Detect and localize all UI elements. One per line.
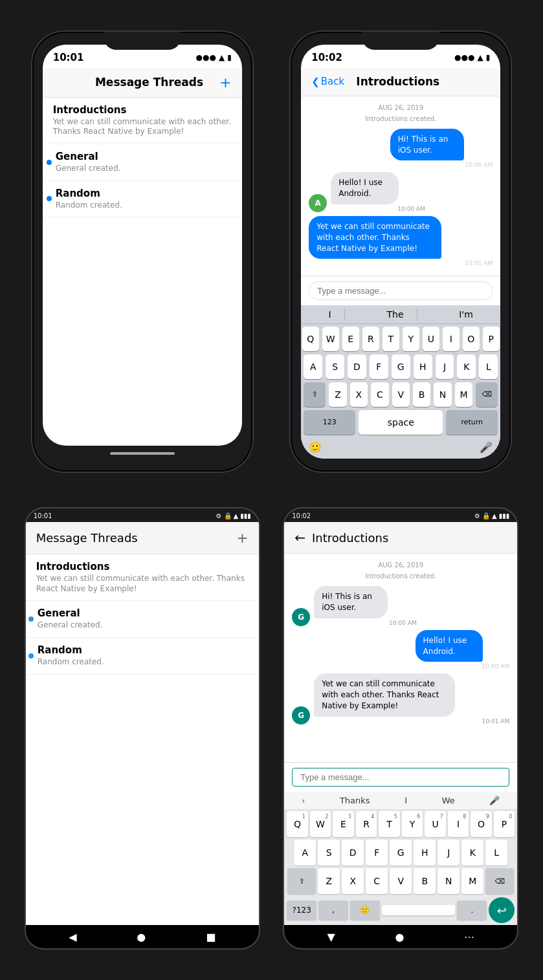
ios-home-bar [110,452,175,455]
key-j[interactable]: J [436,354,454,379]
android-home-button[interactable]: ● [137,931,146,943]
thread-name: General [38,607,249,619]
autocomplete-option-2[interactable]: The [373,309,417,320]
key-n[interactable]: N [438,868,460,894]
key-s[interactable]: S [326,354,344,379]
key-h[interactable]: H [414,354,432,379]
key-k[interactable]: K [457,354,476,379]
key-m[interactable]: M [461,868,483,894]
autocomplete-1[interactable]: Thanks [340,796,370,805]
android-add-button[interactable]: + [236,530,248,546]
key-b[interactable]: B [413,382,430,407]
key-m[interactable]: M [455,382,472,407]
key-h[interactable]: H [414,840,436,866]
key-i[interactable]: I [443,327,460,351]
key-x[interactable]: X [350,382,368,407]
message-time: 10:00 AM [416,663,510,670]
mic-icon[interactable]: 🎤 [480,441,493,453]
key-b[interactable]: B [414,868,436,894]
message-input[interactable] [292,768,509,787]
shift-key[interactable]: ⇧ [304,382,326,407]
num-key[interactable]: 123 [304,410,355,435]
thread-item-random[interactable]: Random Random created. [26,638,259,675]
autocomplete-3[interactable]: We [442,796,455,805]
message-bubble: Yet we can still communicate with each o… [309,216,441,259]
android-recent-button[interactable]: ■ [206,931,216,943]
period-key[interactable]: . [457,900,487,920]
ios-back-button[interactable]: ❮ Back [311,76,344,87]
key-y[interactable]: Y6 [402,811,423,837]
space-key[interactable]: space [359,410,443,435]
thread-item-introductions[interactable]: Introductions Yet we can still communica… [43,98,242,144]
send-button[interactable]: ↩ [489,897,515,923]
thread-item-introductions[interactable]: Introductions Yet we can still communica… [26,554,259,601]
key-c[interactable]: C [366,868,388,894]
key-c[interactable]: C [371,382,388,407]
shift-key[interactable]: ⇧ [287,868,316,894]
message-input[interactable] [309,281,493,300]
emoji-icon[interactable]: 🙂 [309,441,322,453]
key-e[interactable]: E [342,327,359,351]
key-z[interactable]: Z [329,382,346,407]
key-j[interactable]: J [438,840,460,866]
thread-item-random[interactable]: Random Random created. [43,181,242,218]
key-w[interactable]: W [322,327,339,351]
android-back-button[interactable]: ▼ [327,931,335,943]
key-u[interactable]: U7 [425,811,446,837]
comma-key[interactable]: , [318,900,348,920]
key-f[interactable]: F [366,840,388,866]
key-r[interactable]: R [362,327,379,351]
ios-status-icons: ●●● ▲ ▮ [195,53,231,62]
autocomplete-option-3[interactable]: I'm [446,309,486,320]
key-x[interactable]: X [342,868,364,894]
key-t[interactable]: T [382,327,399,351]
ios-time: 10:01 [53,52,84,63]
key-e[interactable]: E3 [333,811,354,837]
ios-add-button[interactable]: + [219,74,231,91]
key-f[interactable]: F [370,354,388,379]
key-i[interactable]: I8 [448,811,469,837]
chat-date: AUG 26, 2019 [309,104,493,111]
key-v[interactable]: V [392,382,410,407]
space-key[interactable] [382,905,456,915]
key-o[interactable]: O [463,327,480,351]
delete-key[interactable]: ⌫ [476,382,498,407]
key-z[interactable]: Z [318,868,340,894]
key-w[interactable]: W2 [310,811,331,837]
num-key[interactable]: ?123 [287,900,316,920]
key-p[interactable]: P [483,327,500,351]
key-p[interactable]: P0 [494,811,515,837]
key-l[interactable]: L [479,354,498,379]
thread-item-general[interactable]: General General created. [26,601,259,638]
key-d[interactable]: D [342,840,364,866]
key-a[interactable]: A [304,354,322,379]
key-v[interactable]: V [390,868,412,894]
key-l[interactable]: L [485,840,507,866]
autocomplete-option-1[interactable]: I [316,309,345,320]
thread-item-general[interactable]: General General created. [43,144,242,181]
key-a[interactable]: A [294,840,316,866]
autocomplete-2[interactable]: I [404,796,407,805]
key-s[interactable]: S [318,840,340,866]
key-o[interactable]: O9 [471,811,492,837]
mic-icon[interactable]: 🎤 [489,796,500,805]
key-u[interactable]: U [423,327,439,351]
key-n[interactable]: N [434,382,451,407]
key-k[interactable]: K [461,840,483,866]
android-back-button[interactable]: ◀ [69,931,76,943]
key-t[interactable]: T5 [379,811,400,837]
key-r[interactable]: R4 [356,811,377,837]
key-q[interactable]: Q1 [287,811,308,837]
android-home-button[interactable]: ● [395,931,404,943]
emoji-key[interactable]: 🙂 [350,900,380,920]
chevron-icon: › [302,796,305,805]
key-g[interactable]: G [390,840,412,866]
key-y[interactable]: Y [403,327,419,351]
key-q[interactable]: Q [302,327,319,351]
return-key[interactable]: return [446,410,498,435]
android-back-button[interactable]: ← [294,530,305,545]
delete-key[interactable]: ⌫ [485,868,514,894]
key-d[interactable]: D [348,354,366,379]
android-recent-button[interactable]: ⋯ [464,931,474,943]
key-g[interactable]: G [392,354,410,379]
